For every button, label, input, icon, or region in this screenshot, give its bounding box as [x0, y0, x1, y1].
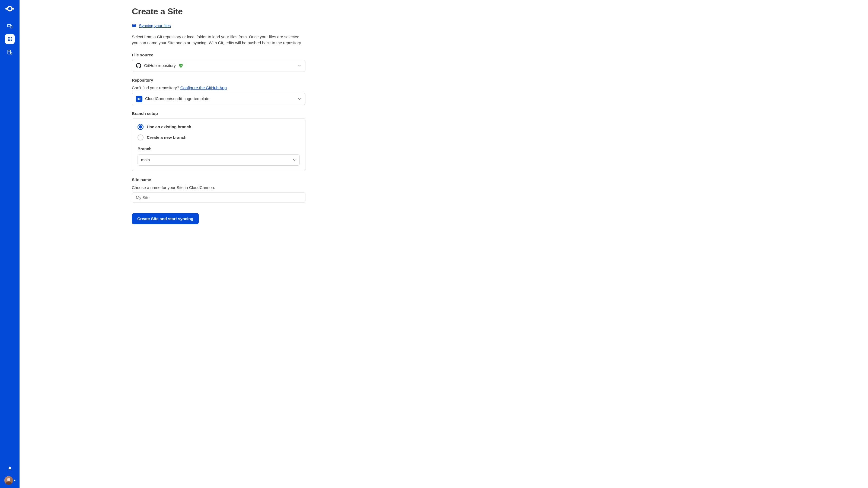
- configure-github-link[interactable]: Configure the GitHub App: [180, 86, 227, 90]
- verified-shield-icon: [179, 63, 183, 68]
- file-source-value: GitHub repository: [144, 63, 176, 69]
- svg-point-9: [9, 38, 10, 40]
- site-name-label: Site name: [132, 177, 305, 183]
- branch-setup-label: Branch setup: [132, 110, 305, 117]
- create-site-button[interactable]: Create Site and start syncing: [132, 213, 199, 224]
- svg-point-2: [12, 8, 14, 9]
- file-source-label: File source: [132, 52, 305, 58]
- svg-point-25: [137, 98, 138, 99]
- svg-point-7: [10, 37, 12, 38]
- site-name-help: Choose a name for your Site in CloudCann…: [132, 185, 305, 191]
- chevron-down-icon: [298, 97, 301, 101]
- radio-new-branch[interactable]: Create a new branch: [137, 134, 300, 141]
- repository-value: CloudCannon/sendit-hugo-template: [145, 96, 209, 102]
- doc-link[interactable]: Syncing your files: [132, 23, 305, 29]
- book-icon: [132, 24, 136, 28]
- branch-select[interactable]: main: [137, 154, 300, 166]
- chevron-down-icon: [298, 64, 301, 67]
- svg-point-26: [140, 98, 141, 99]
- github-icon: [136, 63, 141, 68]
- branch-label: Branch: [137, 146, 300, 152]
- branch-value: main: [141, 157, 150, 163]
- repository-help: Can't find your repository? Configure th…: [132, 85, 305, 91]
- app-logo[interactable]: [5, 4, 14, 13]
- cloudcannon-icon: [136, 96, 143, 102]
- svg-point-1: [5, 8, 7, 9]
- svg-point-8: [8, 38, 9, 40]
- doc-link-text[interactable]: Syncing your files: [139, 23, 171, 29]
- svg-point-13: [10, 40, 12, 41]
- sidebar: [0, 0, 20, 488]
- svg-point-24: [138, 98, 140, 99]
- notifications-icon[interactable]: [5, 464, 14, 474]
- radio-existing-branch[interactable]: Use an existing branch: [137, 124, 300, 130]
- radio-icon: [137, 134, 144, 140]
- svg-point-12: [9, 40, 10, 41]
- user-menu[interactable]: [4, 476, 16, 485]
- repository-label: Repository: [132, 77, 305, 84]
- svg-point-0: [8, 6, 12, 11]
- nav-org-settings[interactable]: [5, 47, 14, 57]
- main-content: Create a Site Syncing your files Select …: [20, 0, 868, 488]
- intro-text: Select from a Git repository or local fo…: [132, 34, 305, 46]
- repository-select[interactable]: CloudCannon/sendit-hugo-template: [132, 93, 305, 105]
- svg-point-10: [10, 38, 12, 40]
- chevron-down-icon: [292, 158, 296, 162]
- avatar: [4, 476, 13, 485]
- nav-apps[interactable]: [5, 34, 14, 44]
- radio-icon: [137, 124, 144, 130]
- svg-point-5: [8, 37, 9, 38]
- nav-devices[interactable]: [5, 21, 14, 31]
- file-source-select[interactable]: GitHub repository: [132, 60, 305, 72]
- page-title: Create a Site: [132, 5, 305, 18]
- svg-point-6: [9, 37, 10, 38]
- site-name-input[interactable]: [132, 192, 305, 203]
- caret-right-icon: [14, 479, 16, 482]
- svg-rect-4: [10, 26, 12, 28]
- svg-point-11: [8, 40, 9, 41]
- branch-setup-box: Use an existing branch Create a new bran…: [132, 118, 305, 171]
